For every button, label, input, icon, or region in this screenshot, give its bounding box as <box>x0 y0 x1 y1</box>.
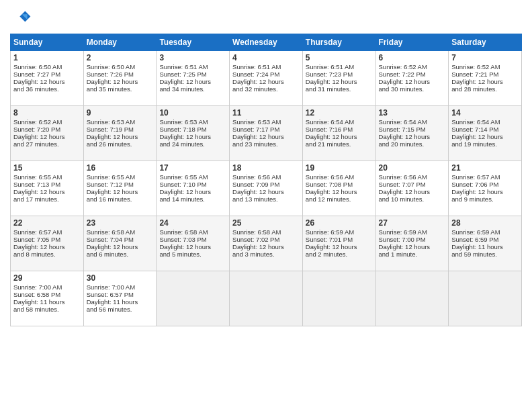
day-info-line: and 9 minutes. <box>451 195 519 203</box>
header-cell-friday: Friday <box>375 34 449 51</box>
day-info-line: Sunrise: 6:52 AM <box>13 118 81 126</box>
week-row-1: 1Sunrise: 6:50 AMSunset: 7:27 PMDaylight… <box>11 51 522 106</box>
day-info-line: Sunrise: 6:58 AM <box>87 228 154 236</box>
day-number: 15 <box>13 163 81 173</box>
day-info-line: Sunrise: 6:59 AM <box>379 228 446 236</box>
day-cell: 4Sunrise: 6:51 AMSunset: 7:24 PMDaylight… <box>230 51 303 106</box>
day-cell: 6Sunrise: 6:52 AMSunset: 7:22 PMDaylight… <box>375 51 449 106</box>
day-cell: 30Sunrise: 7:00 AMSunset: 6:57 PMDayligh… <box>83 271 157 326</box>
day-number: 17 <box>159 163 226 173</box>
day-number: 4 <box>232 53 300 62</box>
day-info-line: and 1 minute. <box>379 250 446 258</box>
day-info-line: and 20 minutes. <box>379 140 446 148</box>
day-number: 21 <box>451 163 519 173</box>
day-cell: 2Sunrise: 6:50 AMSunset: 7:26 PMDaylight… <box>83 51 157 106</box>
day-info-line: Sunrise: 6:50 AM <box>13 63 81 71</box>
day-info-line: Sunrise: 6:55 AM <box>87 173 154 181</box>
day-info-line: Sunset: 7:12 PM <box>87 181 154 188</box>
day-info-line: and 21 minutes. <box>306 140 373 148</box>
header <box>10 7 522 28</box>
day-info-line: and 35 minutes. <box>87 85 154 93</box>
day-cell: 11Sunrise: 6:53 AMSunset: 7:17 PMDayligh… <box>230 106 303 161</box>
day-info-line: Daylight: 12 hours <box>87 243 154 250</box>
header-cell-monday: Monday <box>83 34 157 51</box>
day-info-line: and 3 minutes. <box>232 250 300 258</box>
day-info-line: Sunrise: 6:56 AM <box>379 173 446 181</box>
day-info-line: Sunrise: 6:54 AM <box>379 118 446 126</box>
day-number: 3 <box>159 53 226 62</box>
day-info-line: Sunrise: 6:53 AM <box>159 118 226 126</box>
logo <box>10 7 34 28</box>
day-info-line: Daylight: 12 hours <box>379 133 446 140</box>
day-info-line: Daylight: 12 hours <box>451 188 519 195</box>
day-info-line: Sunset: 7:02 PM <box>232 236 300 243</box>
day-info-line: Sunrise: 6:56 AM <box>306 173 373 181</box>
calendar-table: SundayMondayTuesdayWednesdayThursdayFrid… <box>10 34 522 326</box>
day-info-line: Sunset: 6:58 PM <box>13 291 81 298</box>
day-info-line: Sunrise: 6:51 AM <box>306 63 373 71</box>
day-number: 23 <box>87 218 154 228</box>
day-info-line: Sunrise: 6:52 AM <box>379 63 446 71</box>
day-info-line: Sunrise: 6:56 AM <box>232 173 300 181</box>
day-cell: 21Sunrise: 6:57 AMSunset: 7:06 PMDayligh… <box>449 161 522 216</box>
day-info-line: and 59 minutes. <box>451 250 519 258</box>
day-info-line: and 58 minutes. <box>13 306 81 313</box>
day-cell: 26Sunrise: 6:59 AMSunset: 7:01 PMDayligh… <box>302 216 375 271</box>
day-info-line: Sunrise: 6:57 AM <box>13 228 81 236</box>
day-info-line: Sunset: 7:08 PM <box>306 181 373 188</box>
day-info-line: and 32 minutes. <box>232 85 300 93</box>
day-number: 10 <box>159 108 226 118</box>
day-info-line: Sunrise: 7:00 AM <box>87 283 154 291</box>
day-cell <box>375 271 449 326</box>
day-cell: 9Sunrise: 6:53 AMSunset: 7:19 PMDaylight… <box>83 106 157 161</box>
week-row-5: 29Sunrise: 7:00 AMSunset: 6:58 PMDayligh… <box>11 271 522 326</box>
day-info-line: and 17 minutes. <box>13 195 81 203</box>
day-info-line: Daylight: 12 hours <box>306 78 373 85</box>
day-info-line: Sunset: 7:21 PM <box>451 71 519 78</box>
day-cell <box>449 271 522 326</box>
day-cell: 17Sunrise: 6:55 AMSunset: 7:10 PMDayligh… <box>157 161 230 216</box>
day-info-line: Sunset: 7:23 PM <box>306 71 373 78</box>
day-info-line: and 6 minutes. <box>87 250 154 258</box>
day-cell: 28Sunrise: 6:59 AMSunset: 6:59 PMDayligh… <box>449 216 522 271</box>
day-info-line: and 23 minutes. <box>232 140 300 148</box>
day-info-line: Daylight: 12 hours <box>13 188 81 195</box>
day-number: 13 <box>379 108 446 118</box>
day-info-line: and 28 minutes. <box>451 85 519 93</box>
page: SundayMondayTuesdayWednesdayThursdayFrid… <box>0 0 532 411</box>
day-number: 22 <box>13 218 81 228</box>
day-info-line: and 31 minutes. <box>306 85 373 93</box>
day-info-line: and 8 minutes. <box>13 250 81 258</box>
day-info-line: Daylight: 12 hours <box>232 243 300 250</box>
day-cell: 25Sunrise: 6:58 AMSunset: 7:02 PMDayligh… <box>230 216 303 271</box>
day-info-line: Sunset: 7:09 PM <box>232 181 300 188</box>
day-cell: 1Sunrise: 6:50 AMSunset: 7:27 PMDaylight… <box>11 51 84 106</box>
day-info-line: Daylight: 12 hours <box>13 133 81 140</box>
day-info-line: and 56 minutes. <box>87 306 154 313</box>
day-info-line: Sunrise: 6:58 AM <box>232 228 300 236</box>
day-info-line: Daylight: 12 hours <box>379 243 446 250</box>
day-number: 26 <box>306 218 373 228</box>
day-info-line: Daylight: 11 hours <box>87 298 154 306</box>
day-info-line: Daylight: 12 hours <box>13 243 81 250</box>
day-number: 6 <box>379 53 446 62</box>
day-number: 27 <box>379 218 446 228</box>
day-info-line: Daylight: 12 hours <box>306 133 373 140</box>
day-info-line: Daylight: 12 hours <box>451 133 519 140</box>
day-info-line: Sunset: 7:20 PM <box>13 126 81 133</box>
day-info-line: and 36 minutes. <box>13 85 81 93</box>
day-info-line: Sunset: 6:59 PM <box>451 236 519 243</box>
day-info-line: Daylight: 12 hours <box>451 78 519 85</box>
day-info-line: Sunset: 7:19 PM <box>87 126 154 133</box>
day-info-line: Sunset: 7:27 PM <box>13 71 81 78</box>
day-info-line: Sunset: 7:01 PM <box>306 236 373 243</box>
day-info-line: Sunrise: 6:51 AM <box>159 63 226 71</box>
day-cell: 16Sunrise: 6:55 AMSunset: 7:12 PMDayligh… <box>83 161 157 216</box>
day-info-line: Sunrise: 6:53 AM <box>232 118 300 126</box>
day-info-line: Daylight: 12 hours <box>306 188 373 195</box>
day-cell: 7Sunrise: 6:52 AMSunset: 7:21 PMDaylight… <box>449 51 522 106</box>
header-cell-thursday: Thursday <box>302 34 375 51</box>
week-row-2: 8Sunrise: 6:52 AMSunset: 7:20 PMDaylight… <box>11 106 522 161</box>
day-info-line: Sunset: 7:10 PM <box>159 181 226 188</box>
day-number: 12 <box>306 108 373 118</box>
